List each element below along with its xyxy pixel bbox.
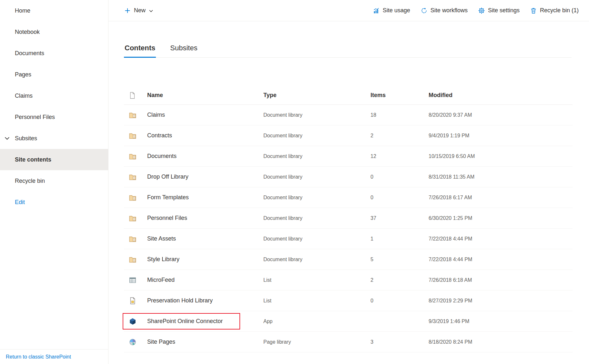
sidebar-item-documents[interactable]: Documents: [0, 43, 108, 64]
site-usage-button[interactable]: Site usage: [373, 7, 410, 14]
dochold-icon: [128, 297, 137, 305]
sidebar-item-label: Personnel Files: [15, 114, 55, 121]
sidebar-item-recycle-bin[interactable]: Recycle bin: [0, 170, 108, 192]
table-row[interactable]: MicroFeed List 2 7/26/2018 6:18 AM: [124, 270, 573, 290]
row-modified-cell: 9/4/2019 1:19 PM: [429, 133, 573, 139]
recycle-bin-1-button[interactable]: Recycle bin (1): [530, 7, 579, 14]
sync-icon: [421, 7, 428, 14]
column-header-name[interactable]: Name: [147, 92, 263, 99]
row-type-cell: Document library: [263, 195, 371, 201]
item-modified: 10/15/2019 6:50 AM: [429, 153, 475, 159]
row-type-cell: Document library: [263, 133, 371, 139]
header-icon-cell: [124, 92, 147, 99]
row-items-cell: 0: [371, 298, 429, 304]
row-type-cell: Document library: [263, 112, 371, 118]
row-name-cell: Style Library: [147, 256, 263, 263]
item-modified: 8/20/2020 9:37 AM: [429, 112, 472, 118]
item-modified: 7/26/2018 6:17 AM: [429, 195, 472, 200]
item-type: App: [263, 319, 272, 324]
row-name-cell: Form Templates: [147, 194, 263, 201]
sidebar-item-claims[interactable]: Claims: [0, 85, 108, 106]
sidebar-item-edit[interactable]: Edit: [0, 192, 108, 213]
row-icon-cell: [124, 338, 147, 346]
item-name-link[interactable]: Claims: [147, 112, 165, 118]
row-icon-cell: [124, 111, 147, 119]
table-row[interactable]: Drop Off Library Document library 0 8/31…: [124, 167, 573, 187]
sidebar-item-home[interactable]: Home: [0, 0, 108, 21]
toolbar-action-label: Recycle bin (1): [540, 7, 579, 14]
item-name-link[interactable]: Style Library: [147, 256, 179, 262]
item-name-link[interactable]: Documents: [147, 153, 177, 159]
column-header-type[interactable]: Type: [263, 92, 371, 99]
table-row[interactable]: Form Templates Document library 0 7/26/2…: [124, 187, 573, 208]
row-type-cell: Document library: [263, 153, 371, 159]
sidebar-item-personnel-files[interactable]: Personnel Files: [0, 106, 108, 128]
file-icon: [128, 92, 136, 99]
table-row[interactable]: Preservation Hold Library List 0 8/27/20…: [124, 290, 573, 311]
row-items-cell: 2: [371, 133, 429, 139]
command-bar: New Site usage Site workflows Site setti…: [108, 0, 589, 21]
tab-contents[interactable]: Contents: [124, 41, 156, 57]
sidebar-item-site-contents[interactable]: Site contents: [0, 149, 108, 170]
tab-subsites[interactable]: Subsites: [169, 41, 198, 57]
row-name-cell: Site Pages: [147, 339, 263, 345]
column-header-modified[interactable]: Modified: [429, 92, 573, 99]
item-name-link[interactable]: Form Templates: [147, 194, 189, 201]
item-name-link[interactable]: Site Pages: [147, 339, 175, 345]
sitepages-icon: [128, 338, 137, 346]
item-modified: 7/22/2018 4:44 PM: [429, 236, 472, 241]
toolbar-action-label: Site workflows: [431, 7, 468, 14]
chevron-down-icon: [148, 8, 154, 14]
item-name-link[interactable]: Contracts: [147, 132, 172, 139]
row-name-cell: Preservation Hold Library: [147, 297, 263, 304]
item-name-link[interactable]: Drop Off Library: [147, 173, 188, 180]
row-type-cell: Document library: [263, 215, 371, 221]
sidebar-item-subsites[interactable]: Subsites: [0, 128, 108, 149]
item-name-link[interactable]: SharePoint Online Connector: [147, 318, 223, 324]
row-icon-cell: [124, 214, 147, 222]
row-name-cell: Personnel Files: [147, 215, 263, 221]
row-icon-cell: [124, 132, 147, 140]
doclib-icon: [128, 214, 137, 222]
item-count: 37: [371, 215, 376, 221]
row-icon-cell: [124, 317, 147, 326]
doclib-icon: [128, 235, 137, 243]
sidebar-item-label: Edit: [15, 199, 25, 206]
return-to-classic-link[interactable]: Return to classic SharePoint: [6, 354, 71, 360]
table-row[interactable]: Documents Document library 12 10/15/2019…: [124, 146, 573, 167]
item-type: Document library: [263, 195, 302, 200]
main-area: New Site usage Site workflows Site setti…: [108, 0, 589, 364]
new-button[interactable]: New: [124, 7, 154, 14]
tab-label: Contents: [125, 44, 155, 52]
table-row[interactable]: Personnel Files Document library 37 6/30…: [124, 208, 573, 229]
sidebar-footer: Return to classic SharePoint: [0, 349, 108, 364]
column-header-items[interactable]: Items: [371, 92, 429, 99]
table-row[interactable]: SharePoint Online Connector App 9/3/2019…: [124, 311, 573, 332]
gear-icon: [478, 7, 485, 14]
item-count: 2: [371, 133, 373, 138]
item-name-link[interactable]: Site Assets: [147, 235, 176, 242]
sidebar-item-label: Notebook: [15, 29, 40, 35]
item-name-link[interactable]: Personnel Files: [147, 215, 187, 221]
sidebar-item-notebook[interactable]: Notebook: [0, 21, 108, 43]
table-header: Name Type Items Modified: [124, 86, 573, 105]
site-workflows-button[interactable]: Site workflows: [421, 7, 468, 14]
table-row[interactable]: Site Pages Page library 3 8/18/2020 8:24…: [124, 332, 573, 352]
sidebar-item-pages[interactable]: Pages: [0, 64, 108, 85]
row-name-cell: Claims: [147, 112, 263, 118]
table-row[interactable]: Site Assets Document library 1 7/22/2018…: [124, 229, 573, 249]
row-modified-cell: 7/26/2018 6:18 AM: [429, 277, 573, 283]
table-row[interactable]: Claims Document library 18 8/20/2020 9:3…: [124, 105, 573, 125]
item-count: 1: [371, 236, 373, 241]
table-row[interactable]: Contracts Document library 2 9/4/2019 1:…: [124, 125, 573, 146]
list-icon: [128, 276, 137, 284]
row-icon-cell: [124, 173, 147, 181]
sidebar-item-label: Site contents: [15, 156, 51, 163]
row-type-cell: Document library: [263, 236, 371, 242]
item-name-link[interactable]: MicroFeed: [147, 277, 175, 283]
item-name-link[interactable]: Preservation Hold Library: [147, 297, 213, 304]
row-modified-cell: 7/22/2018 4:44 PM: [429, 257, 573, 262]
table-row[interactable]: Style Library Document library 5 7/22/20…: [124, 249, 573, 270]
doclib-icon: [128, 173, 137, 181]
site-settings-button[interactable]: Site settings: [478, 7, 520, 14]
